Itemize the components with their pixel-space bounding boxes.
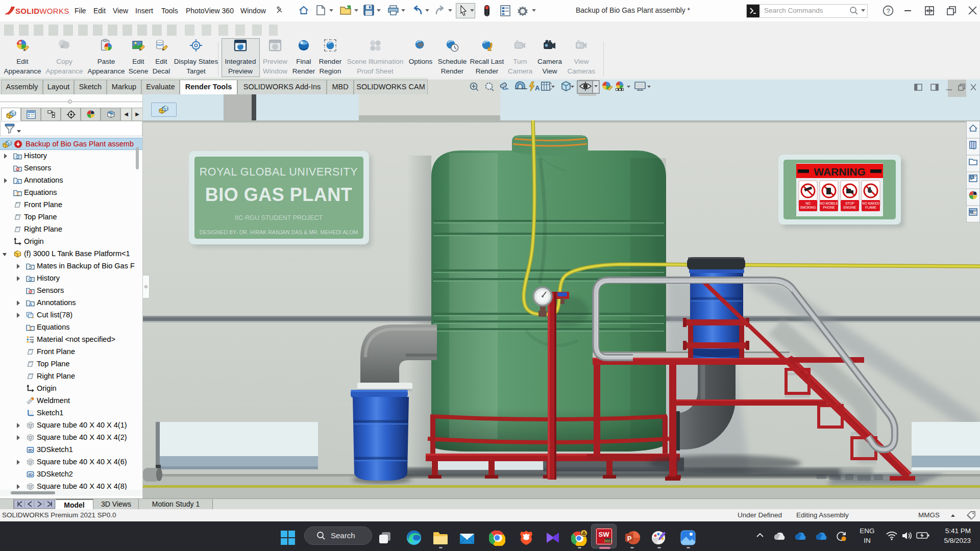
- svg-text:ROYAL GLOBAL UNIVERSITY: ROYAL GLOBAL UNIVERSITY: [200, 166, 358, 178]
- svg-text:PHONE: PHONE: [823, 206, 835, 209]
- svg-text:2021: 2021: [604, 539, 612, 543]
- svg-text:SW: SW: [599, 531, 610, 538]
- svg-text:NO MOBILE: NO MOBILE: [820, 202, 839, 205]
- svg-text:DESIGNED BY- DR. HIRAK RANJAN: DESIGNED BY- DR. HIRAK RANJAN DAS & MR. …: [200, 229, 358, 235]
- svg-text:?: ?: [886, 7, 890, 15]
- svg-text:SMOKING: SMOKING: [800, 206, 816, 209]
- svg-text:BIO GAS PLANT: BIO GAS PLANT: [205, 184, 353, 205]
- svg-text:FLAME: FLAME: [865, 206, 876, 209]
- svg-text:A: A: [535, 84, 540, 92]
- svg-text:STOP: STOP: [845, 202, 854, 205]
- svg-text:NO: NO: [805, 202, 811, 205]
- svg-text:ENGINE: ENGINE: [844, 206, 857, 209]
- svg-text:IIC-RGU STUDENT PROJECT: IIC-RGU STUDENT PROJECT: [235, 214, 323, 221]
- svg-text:NO NAKED: NO NAKED: [862, 202, 879, 205]
- svg-text:P: P: [627, 535, 632, 542]
- svg-text:WARNING: WARNING: [814, 166, 866, 178]
